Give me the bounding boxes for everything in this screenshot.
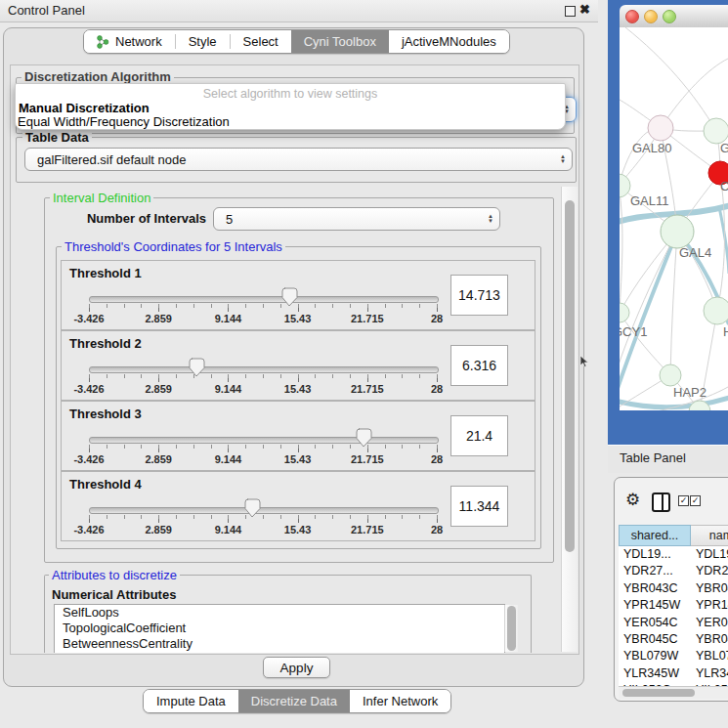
checkbox-icon[interactable]: ✓ bbox=[678, 495, 689, 506]
node-gcy1[interactable] bbox=[620, 303, 629, 322]
node-label-gal80: GAL80 bbox=[632, 141, 671, 155]
tab-impute-data-label: Impute Data bbox=[156, 694, 226, 708]
table-panel-title: Table Panel bbox=[620, 450, 686, 465]
threshold-3-panel: Threshold 3 -3.426 2.859 9.144 15.43 21.… bbox=[61, 401, 535, 471]
tab-cyni-toolbox[interactable]: Cyni Toolbox bbox=[291, 30, 389, 53]
dropdown-placeholder-item[interactable]: Select algorithm to view settings bbox=[16, 87, 565, 101]
network-canvas[interactable]: GAL80 G C GAL11 GAL4 GCY1 H HAP2 bbox=[620, 27, 728, 410]
threshold-4-slider-thumb[interactable] bbox=[243, 498, 261, 518]
table-row[interactable]: YLR345WYLR345W bbox=[619, 665, 728, 682]
numerical-attributes-label: Numerical Attributes bbox=[52, 587, 176, 602]
table-horizontal-scrollbar[interactable] bbox=[619, 686, 728, 699]
mouse-cursor bbox=[579, 355, 589, 368]
close-icon[interactable]: ✖ bbox=[579, 2, 590, 17]
top-tabbar: Network Style Select Cyni Toolbox jActiv… bbox=[83, 29, 510, 54]
table-data-combobox-value: galFiltered.sif default node bbox=[25, 152, 554, 167]
table-data-combobox[interactable]: galFiltered.sif default node ▲▼ bbox=[24, 148, 573, 171]
network-graph: GAL80 G C GAL11 GAL4 GCY1 H HAP2 bbox=[620, 27, 728, 410]
threshold-1-slider-track[interactable] bbox=[89, 296, 439, 303]
number-of-intervals-label: Number of Intervals bbox=[62, 211, 206, 226]
node-label-gcy1: GCY1 bbox=[620, 324, 647, 339]
list-item[interactable]: BetweennessCentrality bbox=[55, 636, 504, 652]
control-panel-titlebar bbox=[0, 0, 598, 22]
float-window-icon[interactable] bbox=[565, 6, 576, 17]
threshold-4-value-field[interactable]: 11.344 bbox=[450, 486, 508, 527]
numerical-attributes-list[interactable]: SelfLoops TopologicalCoefficient Between… bbox=[54, 604, 505, 653]
table-row[interactable]: YER054CYER054C bbox=[619, 615, 728, 631]
split-columns-icon[interactable] bbox=[652, 492, 670, 512]
gear-icon[interactable]: ⚙ bbox=[625, 492, 640, 508]
apply-button[interactable]: Apply bbox=[263, 657, 330, 678]
tab-impute-data[interactable]: Impute Data bbox=[144, 690, 238, 712]
threshold-1-slider-thumb[interactable] bbox=[280, 287, 298, 307]
algorithm-dropdown-popup: Select algorithm to view settings Manual… bbox=[15, 83, 566, 130]
threshold-4-axis-labels: -3.426 2.859 9.144 15.43 21.715 28 bbox=[89, 524, 437, 535]
node-label-clipped-c: C bbox=[720, 179, 728, 193]
threshold-4-slider-track[interactable] bbox=[89, 507, 439, 514]
threshold-3-value-field[interactable]: 21.4 bbox=[450, 415, 508, 456]
node-label-gal11: GAL11 bbox=[630, 193, 669, 208]
list-item[interactable]: TopologicalCoefficient bbox=[55, 621, 504, 636]
column-header-name[interactable]: name bbox=[691, 525, 728, 546]
threshold-3-slider-ticks bbox=[89, 445, 438, 452]
table-row[interactable]: YPR145WYPR145W bbox=[619, 597, 728, 614]
table-horizontal-scrollbar-thumb[interactable] bbox=[622, 689, 695, 697]
dropdown-option-equal-width-frequency[interactable]: Equal Width/Frequency Discretization bbox=[18, 114, 230, 129]
network-window-titlebar[interactable] bbox=[620, 5, 728, 28]
threshold-1-axis-labels: -3.426 2.859 9.144 15.43 21.715 28 bbox=[89, 313, 437, 324]
screenshot-root: Control Panel ✖ Network Style Select Cyn… bbox=[0, 0, 728, 728]
threshold-2-panel: Threshold 2 -3.426 2.859 9.144 15.43 21.… bbox=[61, 330, 535, 401]
tab-select[interactable]: Select bbox=[231, 30, 291, 53]
node-label-clipped-h: H bbox=[723, 324, 728, 339]
tab-jactivemnodules[interactable]: jActiveMNodules bbox=[389, 30, 509, 53]
table-row[interactable]: YBR043CYBR043C bbox=[619, 580, 728, 597]
tab-style[interactable]: Style bbox=[176, 30, 230, 53]
table-row[interactable]: YBR045CYBR045C bbox=[619, 631, 728, 648]
tab-discretize-data-label: Discretize Data bbox=[251, 694, 337, 708]
checkbox-icon[interactable]: ✓ bbox=[690, 495, 701, 506]
tab-jactivemnodules-label: jActiveMNodules bbox=[402, 34, 496, 49]
node-gal80[interactable] bbox=[648, 115, 673, 141]
threshold-2-slider-thumb[interactable] bbox=[188, 358, 205, 377]
tab-select-label: Select bbox=[243, 34, 278, 49]
network-icon bbox=[97, 35, 109, 49]
threshold-3-slider-track[interactable] bbox=[89, 437, 439, 444]
tab-network[interactable]: Network bbox=[84, 30, 175, 53]
node-label-gal4: GAL4 bbox=[679, 245, 711, 260]
tab-infer-network[interactable]: Infer Network bbox=[350, 690, 450, 712]
threshold-2-axis-labels: -3.426 2.859 9.144 15.43 21.715 28 bbox=[89, 383, 437, 395]
threshold-3-axis-labels: -3.426 2.859 9.144 15.43 21.715 28 bbox=[89, 453, 437, 465]
settings-scrollbar[interactable] bbox=[561, 187, 578, 652]
threshold-2-slider-track[interactable] bbox=[89, 366, 439, 373]
dropdown-option-manual-discretization[interactable]: Manual Discretization bbox=[19, 101, 150, 115]
bottom-tabbar: Impute Data Discretize Data Infer Networ… bbox=[143, 689, 451, 713]
threshold-1-panel: Threshold 1 -3.426 2.859 9.144 15.43 21.… bbox=[61, 260, 535, 330]
node-label-hap2: HAP2 bbox=[673, 385, 707, 400]
threshold-4-panel: Threshold 4 -3.426 2.859 9.144 15.43 21.… bbox=[61, 471, 535, 541]
zoom-traffic-light[interactable] bbox=[663, 10, 676, 23]
number-of-intervals-combobox[interactable]: 5 ▲▼ bbox=[213, 207, 500, 231]
control-panel-title: Control Panel bbox=[8, 3, 85, 18]
threshold-2-slider-ticks bbox=[89, 374, 438, 382]
combo-arrows-icon: ▲▼ bbox=[482, 214, 499, 224]
table-row[interactable]: YDR27...YDR27 bbox=[619, 563, 728, 579]
threshold-2-value-field[interactable]: 6.316 bbox=[450, 345, 508, 386]
attributes-list-scrollbar[interactable] bbox=[504, 605, 518, 652]
tab-network-label: Network bbox=[115, 34, 162, 49]
node-gal4[interactable] bbox=[661, 215, 694, 248]
tab-infer-network-label: Infer Network bbox=[363, 694, 438, 708]
tab-discretize-data[interactable]: Discretize Data bbox=[238, 690, 350, 712]
number-of-intervals-value: 5 bbox=[214, 212, 482, 227]
list-item[interactable]: SelfLoops bbox=[55, 605, 504, 621]
threshold-3-slider-thumb[interactable] bbox=[355, 428, 372, 448]
threshold-1-value-field[interactable]: 14.713 bbox=[450, 275, 508, 316]
column-header-shared-name[interactable]: shared... bbox=[619, 525, 691, 546]
threshold-4-slider-ticks bbox=[89, 515, 438, 523]
node-right-h[interactable] bbox=[704, 297, 728, 324]
node-hap2[interactable] bbox=[660, 364, 681, 386]
table-row[interactable]: YDL19...YDL19 bbox=[619, 546, 728, 563]
settings-scrollbar-thumb[interactable] bbox=[565, 200, 575, 552]
table-row[interactable]: YBL079WYBL079W bbox=[619, 648, 728, 664]
close-traffic-light[interactable] bbox=[625, 10, 639, 23]
minimize-traffic-light[interactable] bbox=[644, 10, 658, 23]
